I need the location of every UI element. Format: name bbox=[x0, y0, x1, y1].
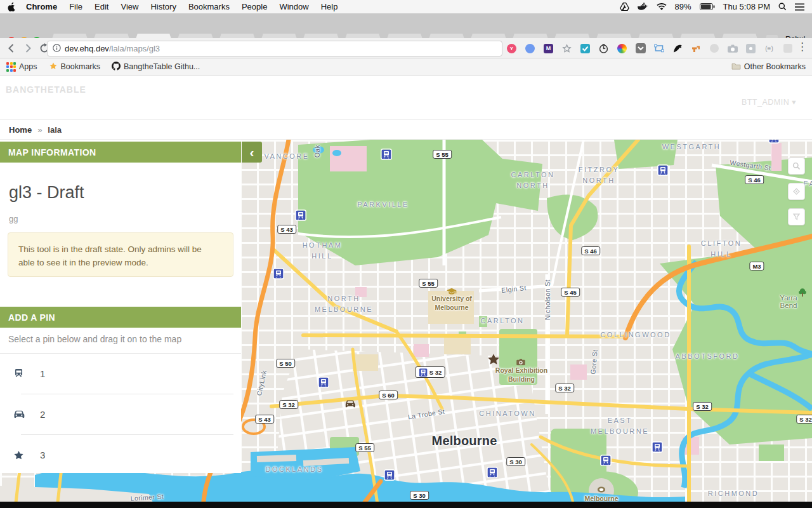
map-label: DOCKLANDS bbox=[266, 464, 324, 475]
menu-edit[interactable]: Edit bbox=[95, 2, 108, 11]
bookmarks-label: Bookmarks bbox=[61, 62, 101, 71]
shield-text: S 32 bbox=[799, 416, 812, 423]
apps-label: Apps bbox=[19, 62, 37, 71]
dim-extension-icon[interactable] bbox=[709, 43, 719, 54]
black-bird-extension-icon[interactable] bbox=[672, 43, 683, 54]
shield-text: S 32 bbox=[429, 369, 442, 376]
bookmark-apps[interactable]: Apps bbox=[6, 62, 37, 72]
map-label: RICHMOND bbox=[708, 488, 759, 499]
shield-text: S 55 bbox=[436, 151, 449, 158]
shield-text: S 46 bbox=[584, 248, 597, 255]
map-label: CARLTON NORTH bbox=[511, 170, 554, 191]
blue-app-extension-icon[interactable] bbox=[525, 43, 535, 54]
route-shield: S 32 bbox=[279, 400, 298, 409]
menu-chrome[interactable]: Chrome bbox=[26, 2, 57, 11]
bookmark-star-extension-icon[interactable] bbox=[561, 43, 572, 54]
dim2-extension-icon[interactable] bbox=[782, 43, 793, 54]
paren-badge-extension-icon[interactable]: (≡) bbox=[764, 43, 775, 54]
spotlight-icon[interactable] bbox=[778, 3, 787, 11]
apple-icon[interactable] bbox=[8, 2, 16, 11]
chevron-down-icon: ▾ bbox=[792, 98, 796, 107]
map-pin-car[interactable] bbox=[344, 399, 357, 409]
chrome-menu-icon[interactable]: ⋮ bbox=[797, 40, 808, 53]
battery-percent: 89% bbox=[675, 2, 691, 11]
bookmark-bangthetable[interactable]: BangtheTable Githu... bbox=[112, 62, 200, 72]
menu-status-area: 89% Thu 5:08 PM bbox=[620, 2, 804, 11]
docker-icon[interactable] bbox=[638, 3, 648, 11]
github-icon bbox=[112, 62, 121, 72]
shield-text: S 43 bbox=[258, 416, 271, 423]
train-station-icon bbox=[419, 368, 428, 377]
account-menu[interactable]: BTT_ADMIN ▾ bbox=[742, 97, 796, 107]
menu-view[interactable]: View bbox=[121, 2, 138, 11]
map-label: CARLTON bbox=[480, 316, 524, 326]
search-button[interactable] bbox=[788, 157, 805, 175]
shield-text: S 30 bbox=[509, 458, 522, 465]
frame-extension-icon[interactable] bbox=[653, 43, 664, 54]
menu-window[interactable]: Window bbox=[279, 2, 308, 11]
filter-button[interactable] bbox=[788, 208, 805, 225]
train-station-icon bbox=[658, 166, 668, 175]
route-shield: S 55 bbox=[355, 443, 374, 452]
mixmax-extension-icon[interactable]: M bbox=[543, 43, 554, 54]
other-bookmarks[interactable]: Other Bookmarks bbox=[731, 62, 806, 72]
map-label: Royal Exhibition Building bbox=[495, 366, 547, 384]
drive-icon[interactable] bbox=[620, 3, 629, 11]
sidebar-collapse-button[interactable]: ‹ bbox=[242, 142, 262, 163]
locate-button[interactable] bbox=[788, 183, 805, 200]
chat-badge-extension-icon[interactable] bbox=[745, 43, 756, 54]
route-shield: S 55 bbox=[419, 279, 438, 288]
map-pin-star[interactable] bbox=[487, 352, 501, 366]
stadium-poi-icon bbox=[598, 486, 606, 493]
pin-row-1[interactable]: 1 bbox=[0, 354, 241, 394]
shield-text: S 32 bbox=[558, 385, 571, 392]
route-shield: S 32 bbox=[693, 402, 712, 411]
map-information-header: MAP INFORMATION bbox=[0, 142, 241, 163]
route-shield: S 46 bbox=[745, 175, 764, 184]
color-wheel-extension-icon[interactable] bbox=[617, 43, 627, 54]
check-app-extension-icon[interactable] bbox=[580, 43, 591, 54]
forward-button[interactable] bbox=[23, 43, 33, 53]
menu-help[interactable]: Help bbox=[321, 2, 338, 11]
chrome-toolbar: dev.ehq.dev/lala/maps/gl3 YM(≡) ⋮ bbox=[0, 38, 812, 58]
map-label: Oak bbox=[313, 145, 321, 157]
train-pin-icon bbox=[13, 368, 25, 380]
menu-bookmarks[interactable]: Bookmarks bbox=[188, 2, 230, 11]
pink-app-extension-icon[interactable]: Y bbox=[506, 43, 517, 54]
menu-history[interactable]: History bbox=[150, 2, 176, 11]
shield-text: M3 bbox=[752, 263, 761, 270]
pin-row-3[interactable]: 3 bbox=[0, 435, 241, 475]
breadcrumb-home[interactable]: Home bbox=[9, 125, 32, 135]
train-station-icon bbox=[385, 471, 395, 480]
info-icon[interactable] bbox=[53, 43, 61, 55]
pin-row-2[interactable]: 2 bbox=[0, 394, 241, 434]
gradcap-poi-icon bbox=[447, 288, 457, 295]
breadcrumb: Home » lala bbox=[0, 119, 812, 140]
bookmark-folder-bookmarks[interactable]: Bookmarks bbox=[49, 62, 101, 72]
shield-text: S 50 bbox=[279, 360, 292, 367]
macos-menu-bar: ChromeFileEditViewHistoryBookmarksPeople… bbox=[0, 0, 812, 14]
route-shield: S 45 bbox=[561, 288, 580, 297]
map-label: WESTGARTH bbox=[662, 142, 721, 152]
wifi-icon[interactable] bbox=[657, 3, 667, 11]
car-pin-icon bbox=[13, 409, 25, 420]
menu-file[interactable]: File bbox=[69, 2, 82, 11]
url-bar[interactable]: dev.ehq.dev/lala/maps/gl3 bbox=[47, 41, 502, 57]
timer-extension-icon[interactable] bbox=[598, 43, 609, 54]
url-text[interactable]: dev.ehq.dev/lala/maps/gl3 bbox=[65, 44, 160, 53]
bookmarks-bar: Apps Bookmarks BangtheTable Githu... Oth… bbox=[0, 58, 812, 76]
map-label: La Trobe St bbox=[407, 407, 445, 420]
route-shield: S 46 bbox=[581, 246, 600, 255]
map-label: CLIFTON HILL bbox=[701, 238, 742, 260]
pocket-extension-icon[interactable] bbox=[635, 43, 646, 54]
battery-icon bbox=[700, 3, 715, 10]
back-button[interactable] bbox=[6, 43, 16, 53]
menu-people[interactable]: People bbox=[242, 2, 267, 11]
extension-icons: YM(≡) bbox=[506, 38, 793, 58]
orange-tool-extension-icon[interactable] bbox=[690, 43, 701, 54]
camera-poi-icon bbox=[516, 359, 525, 366]
camera-extension-icon[interactable] bbox=[727, 43, 738, 54]
notification-center-icon[interactable] bbox=[795, 3, 804, 11]
train-station-icon bbox=[601, 456, 611, 465]
site-logo[interactable]: BANGTHETABLE bbox=[6, 84, 86, 95]
